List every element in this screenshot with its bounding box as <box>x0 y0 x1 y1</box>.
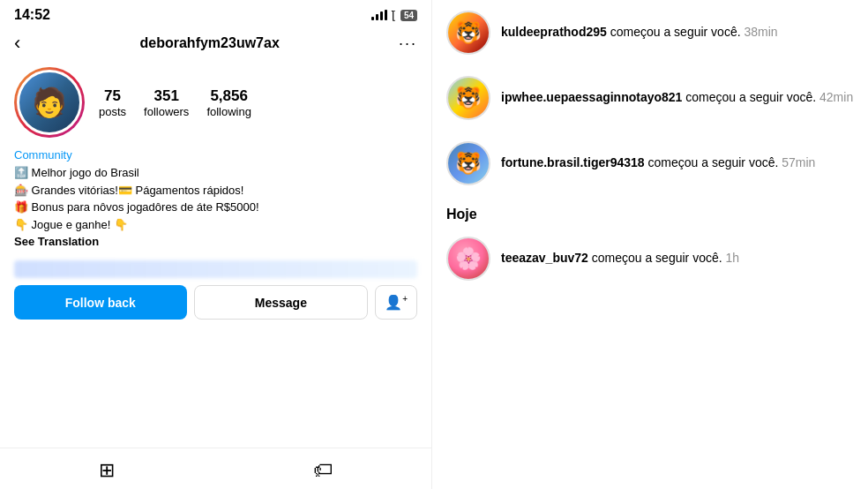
notification-item-3: 🐯 fortune.brasil.tiger94318 começou a se… <box>432 131 868 196</box>
add-friend-button[interactable]: 👤+ <box>375 285 417 320</box>
followers-label: followers <box>144 105 189 118</box>
followers-count: 351 <box>154 87 179 105</box>
status-time: 14:52 <box>14 7 50 23</box>
notif-action-1: começou a seguir você. <box>610 25 741 39</box>
notif-username-4[interactable]: teeazav_buv72 <box>501 251 588 265</box>
notif-action-4: começou a seguir você. <box>592 251 722 265</box>
notif-time-2: 42min <box>819 90 853 104</box>
posts-count: 75 <box>104 87 121 105</box>
following-stat[interactable]: 5,856 following <box>206 87 251 118</box>
status-icons: ⌊̈ 54 <box>371 9 417 22</box>
notifications-panel: 🐯 kuldeeprathod295 começou a seguir você… <box>432 0 868 489</box>
back-button[interactable]: ‹ <box>14 32 20 55</box>
notif-time-3: 57min <box>782 155 815 169</box>
notif-avatar-1: 🐯 <box>446 11 490 55</box>
section-today-header: Hoje <box>432 196 868 226</box>
notification-item-4: 🌸 teeazav_buv72 começou a seguir você. 1… <box>432 226 868 291</box>
bio-text: 🔝 Melhor jogo do Brasil 🎰 Grandes vitóri… <box>14 164 417 233</box>
see-translation-button[interactable]: See Translation <box>14 235 417 248</box>
bio-section: Community 🔝 Melhor jogo do Brasil 🎰 Gran… <box>0 145 431 255</box>
notif-username-2[interactable]: ipwhee.uepaessaginnotayo821 <box>501 90 682 104</box>
notif-text-1: kuldeeprathod295 começou a seguir você. … <box>501 24 854 41</box>
posts-stat[interactable]: 75 posts <box>99 87 126 118</box>
notif-avatar-2: 🐯 <box>446 76 490 120</box>
add-person-icon: 👤+ <box>385 294 408 311</box>
status-bar: 14:52 ⌊̈ 54 <box>0 0 431 26</box>
notif-action-2: começou a seguir você. <box>685 90 816 104</box>
blurred-link <box>14 260 417 278</box>
community-link[interactable]: Community <box>14 148 417 162</box>
notif-action-3: começou a seguir você. <box>648 155 779 169</box>
notif-username-1[interactable]: kuldeeprathod295 <box>501 25 607 39</box>
profile-username-header: deborahfym23uw7ax <box>140 35 280 51</box>
message-button[interactable]: Message <box>194 285 369 320</box>
stats-row: 75 posts 351 followers 5,856 following <box>99 87 251 118</box>
notif-text-4: teeazav_buv72 começou a seguir você. 1h <box>501 250 854 267</box>
notif-time-1: 38min <box>744 25 777 39</box>
followers-stat[interactable]: 351 followers <box>144 87 189 118</box>
follow-back-button[interactable]: Follow back <box>14 285 187 320</box>
posts-label: posts <box>99 105 126 118</box>
notif-text-3: fortune.brasil.tiger94318 começou a segu… <box>501 154 854 172</box>
following-label: following <box>206 105 251 118</box>
grid-icon[interactable]: ⊞ <box>99 459 115 482</box>
tag-icon[interactable]: 🏷 <box>313 459 333 482</box>
avatar: 🧑 <box>14 67 85 138</box>
avatar-inner: 🧑 <box>17 70 82 135</box>
notif-username-3[interactable]: fortune.brasil.tiger94318 <box>501 155 645 169</box>
notif-avatar-4: 🌸 <box>446 237 490 281</box>
following-count: 5,856 <box>210 87 248 105</box>
more-options-button[interactable]: ··· <box>399 34 417 53</box>
wifi-icon: ⌊̈ <box>392 9 396 22</box>
notification-item-2: 🐯 ipwhee.uepaessaginnotayo821 começou a … <box>432 65 868 131</box>
battery-badge: 54 <box>400 10 417 21</box>
nav-bar: ‹ deborahfym23uw7ax ··· <box>0 26 431 60</box>
signal-icon <box>371 10 387 20</box>
avatar-image: 🧑 <box>32 86 67 119</box>
action-buttons: Follow back Message 👤+ <box>0 285 431 320</box>
notification-item: 🐯 kuldeeprathod295 começou a seguir você… <box>432 0 868 65</box>
profile-section: 🧑 75 posts 351 followers 5,856 following <box>0 60 431 145</box>
notif-text-2: ipwhee.uepaessaginnotayo821 começou a se… <box>501 89 854 107</box>
notif-time-4: 1h <box>725 251 739 265</box>
notif-avatar-3: 🐯 <box>446 141 490 185</box>
bottom-nav: ⊞ 🏷 <box>0 448 431 489</box>
phone-panel: 14:52 ⌊̈ 54 ‹ deborahfym23uw7ax ··· 🧑 75 <box>0 0 432 489</box>
